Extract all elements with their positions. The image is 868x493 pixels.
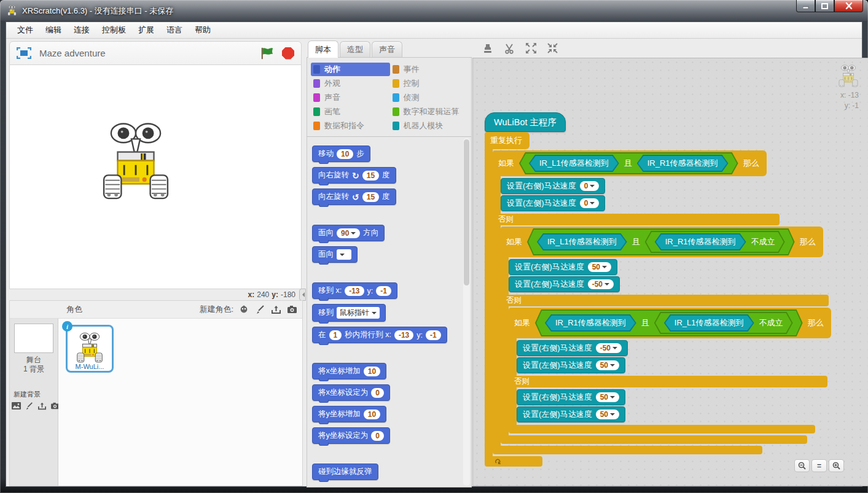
number-input[interactable]: 1 — [329, 330, 342, 340]
and-operator-block[interactable]: IR_L1传感器检测到且IR_R1传感器检测到不成立 — [527, 228, 795, 255]
speed-dropdown[interactable]: 0 — [580, 198, 600, 208]
paintbrush-icon[interactable] — [24, 401, 35, 411]
number-input[interactable]: -1 — [426, 330, 441, 340]
tab-2[interactable]: 声音 — [372, 41, 402, 58]
if-block-header[interactable]: 如果IR_R1传感器检测到且IR_L1传感器检测到不成立那么 — [509, 308, 831, 338]
category-right-3[interactable]: 数字和逻辑运算 — [390, 105, 469, 118]
number-input[interactable]: -13 — [394, 330, 413, 340]
forever-header[interactable]: 重复执行 — [485, 132, 530, 149]
menu-item-4[interactable]: 扩展 — [132, 25, 160, 36]
menu-item-1[interactable]: 编辑 — [39, 25, 68, 36]
zoom-in-button[interactable] — [829, 459, 844, 472]
category-right-1[interactable]: 控制 — [390, 77, 469, 90]
palette-scrollbar[interactable] — [463, 138, 470, 486]
number-input[interactable]: -1 — [376, 286, 391, 296]
menu-item-3[interactable]: 控制板 — [96, 25, 132, 36]
palette-block-11[interactable]: 将y坐标设定为0 — [312, 427, 390, 444]
number-input[interactable]: 15 — [362, 192, 379, 202]
dropdown-menu[interactable] — [337, 249, 351, 260]
hat-block-main-program[interactable]: WuLiBot 主程序 — [485, 112, 566, 132]
stage-thumbnail[interactable] — [14, 324, 53, 353]
sensor-reporter-block[interactable]: IR_R1传感器检测到 — [655, 233, 746, 250]
sensor-reporter-block[interactable]: IR_L1传感器检测到 — [664, 314, 754, 332]
palette-block-9[interactable]: 将x坐标设定为0 — [312, 384, 390, 401]
category-left-0[interactable]: 动作 — [311, 63, 390, 76]
number-input[interactable]: -13 — [345, 286, 364, 296]
not-operator-block[interactable]: IR_R1传感器检测到不成立 — [645, 231, 785, 253]
category-left-2[interactable]: 声音 — [311, 91, 390, 104]
category-left-3[interactable]: 画笔 — [311, 105, 390, 118]
paintbrush-icon[interactable] — [254, 305, 265, 314]
tab-1[interactable]: 造型 — [340, 41, 370, 58]
upload-icon[interactable] — [37, 401, 48, 411]
and-operator-block[interactable]: IR_R1传感器检测到且IR_L1传感器检测到不成立 — [535, 309, 803, 336]
palette-block-6[interactable]: 移到鼠标指针 — [312, 304, 386, 322]
image-icon[interactable] — [11, 401, 22, 411]
palette-block-2[interactable]: 向左旋转↺15度 — [312, 188, 396, 205]
palette-block-3[interactable]: 面向90方向 — [312, 225, 385, 241]
motor-speed-block[interactable]: 设置(左侧)马达速度-50 — [509, 276, 620, 292]
category-right-2[interactable]: 侦测 — [390, 91, 469, 104]
if-else-block-level-3[interactable]: 如果IR_R1传感器检测到且IR_L1传感器检测到不成立那么设置(右侧)马达速度… — [509, 308, 831, 433]
speed-dropdown[interactable]: 50 — [596, 392, 619, 402]
palette-block-8[interactable]: 将x坐标增加10 — [312, 363, 386, 379]
sprite-card-selected[interactable]: i M-WuLi... — [66, 325, 114, 373]
speed-dropdown[interactable]: 0 — [580, 181, 600, 191]
dropdown-menu[interactable]: 鼠标指针 — [337, 307, 380, 319]
category-right-4[interactable]: 机器人模块 — [390, 119, 469, 133]
stage-canvas[interactable] — [9, 65, 302, 289]
zoom-reset-button[interactable]: = — [811, 459, 827, 472]
category-left-4[interactable]: 数据和指令 — [311, 119, 390, 133]
speed-dropdown[interactable]: 50 — [596, 410, 619, 419]
motor-speed-block[interactable]: 设置(右侧)马达速度-50 — [517, 340, 628, 356]
and-operator-block[interactable]: IR_L1传感器检测到且IR_R1传感器检测到 — [519, 152, 738, 174]
shrink-sprite-icon[interactable] — [545, 42, 559, 55]
number-dropdown[interactable]: 90 — [337, 228, 360, 238]
grow-sprite-icon[interactable] — [524, 42, 538, 55]
number-input[interactable]: 10 — [337, 149, 353, 159]
if-block-header[interactable]: 如果IR_L1传感器检测到且IR_R1传感器检测到那么 — [493, 150, 767, 176]
robot-sprite-on-stage[interactable] — [100, 122, 172, 204]
menu-item-6[interactable]: 帮助 — [189, 25, 217, 36]
palette-block-7[interactable]: 在1秒内滑行到 x:-13y:-1 — [312, 327, 447, 343]
minimize-button[interactable] — [796, 0, 815, 12]
scissors-icon[interactable] — [502, 42, 516, 55]
stamp-icon[interactable] — [481, 42, 495, 55]
palette-block-5[interactable]: 移到 x:-13y:-1 — [312, 282, 397, 299]
tab-0[interactable]: 脚本 — [308, 41, 338, 58]
motor-speed-block[interactable]: 设置(右侧)马达速度0 — [501, 178, 605, 194]
motor-speed-block[interactable]: 设置(左侧)马达速度0 — [501, 195, 605, 211]
palette-block-4[interactable]: 面向 — [312, 246, 358, 263]
project-title[interactable]: Maze adventure — [39, 48, 253, 58]
collapse-stage-arrow[interactable] — [299, 289, 306, 301]
sensor-reporter-block[interactable]: IR_L1传感器检测到 — [537, 233, 627, 250]
sensor-reporter-block[interactable]: IR_R1传感器检测到 — [545, 314, 636, 332]
motor-speed-block[interactable]: 设置(左侧)马达速度50 — [517, 406, 625, 422]
fullscreen-button[interactable] — [16, 47, 32, 60]
upload-icon[interactable] — [270, 305, 281, 314]
stop-button[interactable] — [281, 47, 295, 60]
title-bar[interactable]: XRScratch(v1.6.3) - 没有连接串口 - 未保存 — [0, 0, 868, 21]
sensor-reporter-block[interactable]: IR_L1传感器检测到 — [529, 155, 619, 172]
not-operator-block[interactable]: IR_L1传感器检测到不成立 — [654, 312, 793, 334]
menu-item-2[interactable]: 连接 — [68, 25, 96, 36]
number-input[interactable]: 10 — [364, 410, 380, 419]
close-button[interactable] — [834, 0, 863, 12]
palette-block-10[interactable]: 将y坐标增加10 — [312, 406, 386, 422]
palette-scrollbar-thumb[interactable] — [464, 139, 469, 285]
speed-dropdown[interactable]: -50 — [596, 343, 622, 353]
menu-item-5[interactable]: 语言 — [160, 25, 189, 36]
sensor-reporter-block[interactable]: IR_R1传感器检测到 — [637, 155, 729, 172]
if-else-block-level-1[interactable]: 如果IR_L1传感器检测到且IR_R1传感器检测到那么设置(右侧)马达速度0设置… — [493, 150, 831, 454]
category-right-0[interactable]: 事件 — [390, 63, 469, 76]
speed-dropdown[interactable]: 50 — [588, 262, 611, 272]
script-stack[interactable]: WuLiBot 主程序重复执行如果IR_L1传感器检测到且IR_R1传感器检测到… — [485, 112, 831, 467]
forever-loop-block[interactable]: 重复执行如果IR_L1传感器检测到且IR_R1传感器检测到那么设置(右侧)马达速… — [485, 132, 831, 467]
menu-item-0[interactable]: 文件 — [11, 25, 39, 36]
palette-block-0[interactable]: 移动10步 — [312, 146, 370, 162]
sprite-info-icon[interactable]: i — [62, 321, 72, 332]
script-canvas[interactable]: x: -13 y: -1 WuLiBot 主程序重复执行如果IR_L1传感器检测… — [472, 58, 868, 486]
palette-block-1[interactable]: 向右旋转↻15度 — [312, 167, 396, 184]
number-input[interactable]: 0 — [371, 388, 384, 398]
camera-icon[interactable] — [286, 305, 297, 314]
